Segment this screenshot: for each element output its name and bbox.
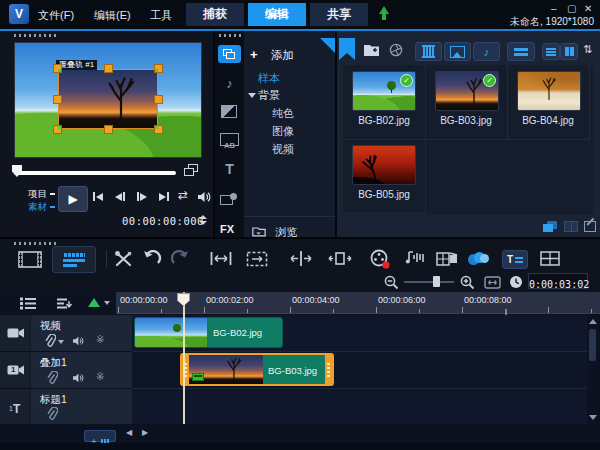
track-lane-title1[interactable] bbox=[132, 389, 587, 425]
clip-mode-label[interactable]: 素材 bbox=[28, 201, 47, 214]
nav-title-button[interactable]: T bbox=[218, 161, 241, 177]
minimize-button[interactable]: – bbox=[551, 4, 557, 14]
tree-group-background[interactable]: 背景 bbox=[258, 88, 280, 103]
sort-icon[interactable]: ⇅ bbox=[583, 43, 592, 56]
zoom-slider-handle[interactable] bbox=[433, 276, 440, 287]
scroll-down-icon[interactable] bbox=[589, 415, 597, 420]
timecode-spinner[interactable] bbox=[199, 215, 207, 225]
nav-fx-button[interactable]: FX bbox=[220, 223, 234, 235]
track-header-overlay1[interactable]: 1 叠加1 ※ bbox=[0, 352, 132, 389]
zoom-in-button[interactable] bbox=[460, 275, 475, 290]
track-swap-button[interactable] bbox=[56, 297, 73, 310]
nav-instant-project-button[interactable] bbox=[220, 193, 239, 207]
fit-project-in-window-button[interactable] bbox=[210, 251, 232, 266]
show-options-panel-button[interactable] bbox=[564, 221, 578, 232]
preview-viewport[interactable]: 覆叠轨 #1 bbox=[14, 42, 202, 158]
fit-timeline-button[interactable] bbox=[484, 276, 501, 289]
track-lane-video[interactable]: BG-B02.jpg bbox=[132, 315, 587, 352]
nav-transition-button[interactable] bbox=[221, 105, 237, 118]
add-media-button[interactable]: + 添加 bbox=[250, 45, 320, 61]
media-item-bg-b04[interactable]: BG-B04.jpg bbox=[507, 65, 590, 140]
resize-handle-ne[interactable] bbox=[154, 64, 163, 73]
tree-item-solid-color[interactable]: 纯色 bbox=[272, 106, 294, 121]
overlay-clip-selection[interactable]: 覆叠轨 #1 bbox=[58, 69, 158, 129]
ripple-edit-icon[interactable]: ※ bbox=[96, 334, 104, 345]
track-manager-button[interactable] bbox=[20, 297, 37, 310]
tree-item-samples[interactable]: 样本 bbox=[258, 71, 280, 86]
panel-pin-corner-icon[interactable] bbox=[320, 38, 335, 53]
link-dropdown-icon[interactable] bbox=[58, 340, 64, 344]
browse-button[interactable]: 浏览 bbox=[252, 222, 328, 236]
nav-audio-button[interactable]: ♪ bbox=[218, 75, 241, 91]
resize-handle-sw[interactable] bbox=[53, 125, 62, 134]
project-duration-field[interactable]: 0:00:03:02 bbox=[528, 273, 588, 289]
go-to-end-button[interactable] bbox=[159, 192, 169, 201]
scroll-up-icon[interactable] bbox=[589, 319, 597, 324]
play-button[interactable]: ▶ bbox=[58, 186, 88, 212]
tools-button[interactable] bbox=[114, 250, 133, 268]
next-frame-button[interactable] bbox=[137, 192, 147, 201]
split-screen-template-button[interactable] bbox=[540, 251, 560, 266]
painting-creator-button[interactable] bbox=[468, 252, 490, 266]
enlarge-preview-icon[interactable] bbox=[184, 164, 199, 176]
timeline-scrollbar[interactable] bbox=[587, 315, 598, 424]
close-button[interactable]: ✕ bbox=[584, 4, 592, 14]
loop-playback-icon[interactable]: ⇄ bbox=[178, 188, 188, 202]
track-mute-icon[interactable] bbox=[72, 336, 84, 346]
scrubber-handle[interactable] bbox=[12, 165, 22, 177]
resize-handle-s[interactable] bbox=[104, 125, 113, 134]
track-lane-overlay1[interactable]: BG-B03.jpg bbox=[132, 352, 587, 389]
menu-item-tools[interactable]: 工具 bbox=[150, 8, 172, 23]
menu-item-file[interactable]: 文件(F) bbox=[38, 8, 74, 23]
chapter-dropdown-icon[interactable] bbox=[104, 301, 110, 305]
view-grid-button[interactable] bbox=[560, 43, 578, 60]
sound-mixer-button[interactable] bbox=[404, 250, 424, 268]
nav-graphics-button[interactable]: AB bbox=[220, 133, 239, 146]
tab-capture[interactable]: 捕获 bbox=[186, 3, 244, 26]
trim-handle-right[interactable] bbox=[325, 355, 332, 384]
menu-item-edit[interactable]: 编辑(E) bbox=[94, 8, 131, 23]
export-arrow-icon[interactable] bbox=[378, 6, 390, 22]
track-mute-icon[interactable] bbox=[72, 373, 84, 383]
maximize-button[interactable]: ▢ bbox=[567, 4, 576, 14]
nav-media-button[interactable] bbox=[218, 45, 241, 63]
clip-bg-b03-selected[interactable]: BG-B03.jpg bbox=[180, 353, 334, 386]
tab-share[interactable]: 共享 bbox=[310, 3, 368, 26]
link-clips-icon[interactable] bbox=[46, 407, 58, 421]
ripple-edit-icon[interactable]: ※ bbox=[96, 371, 104, 382]
filter-audio-button[interactable]: ♪ bbox=[473, 42, 500, 61]
filter-video-button[interactable] bbox=[415, 42, 442, 61]
record-capture-button[interactable] bbox=[370, 249, 390, 269]
resize-region-button[interactable] bbox=[246, 251, 268, 267]
add-track-button[interactable]: + bbox=[84, 430, 116, 442]
playhead-line[interactable] bbox=[183, 292, 185, 424]
view-list-button[interactable] bbox=[542, 43, 560, 60]
redo-button[interactable] bbox=[170, 250, 190, 267]
add-chapter-button[interactable] bbox=[88, 298, 100, 307]
scrubber-track[interactable] bbox=[14, 171, 176, 175]
tab-edit[interactable]: 编辑 bbox=[248, 3, 306, 26]
preview-timecode[interactable]: 00:00:00:000 bbox=[122, 215, 204, 227]
preview-panel-grip[interactable] bbox=[14, 34, 58, 37]
project-mode-label[interactable]: 项目 bbox=[28, 188, 47, 201]
import-media-icon[interactable] bbox=[363, 43, 381, 57]
undo-button[interactable] bbox=[142, 250, 162, 267]
media-panel-grip[interactable] bbox=[219, 34, 241, 37]
filter-photo-button[interactable] bbox=[444, 42, 471, 61]
track-header-title1[interactable]: 1T 标题1 bbox=[0, 389, 132, 425]
subtitle-editor-button[interactable]: T bbox=[502, 250, 528, 269]
clip-bg-b02[interactable]: BG-B02.jpg bbox=[134, 317, 283, 348]
tree-item-video[interactable]: 视频 bbox=[272, 142, 294, 157]
edit-media-button[interactable] bbox=[584, 221, 596, 232]
tree-item-image[interactable]: 图像 bbox=[272, 124, 294, 139]
zoom-out-button[interactable] bbox=[384, 275, 399, 290]
scrollbar-thumb[interactable] bbox=[589, 329, 596, 361]
link-clips-icon[interactable] bbox=[46, 371, 58, 385]
scroll-left-button[interactable]: ◀ bbox=[126, 428, 132, 437]
timeline-view-button[interactable] bbox=[52, 246, 96, 273]
resize-handle-se[interactable] bbox=[154, 125, 163, 134]
storyboard-view-button[interactable] bbox=[18, 251, 42, 268]
previous-frame-button[interactable] bbox=[115, 192, 125, 201]
split-clip-button[interactable] bbox=[290, 251, 312, 266]
resize-handle-nw[interactable] bbox=[53, 64, 62, 73]
